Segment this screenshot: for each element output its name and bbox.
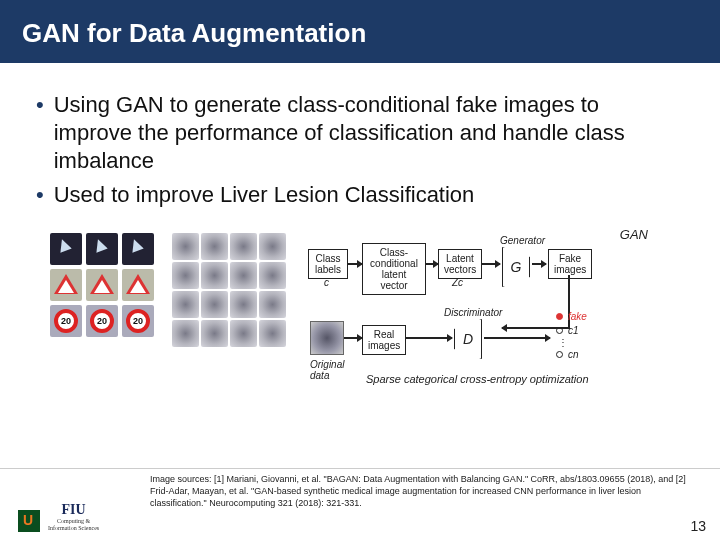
lesion-thumbnail bbox=[172, 262, 199, 289]
um-logo-icon bbox=[18, 510, 40, 532]
class-labels-var: c bbox=[324, 277, 329, 288]
bullet-text: Using GAN to generate class-conditional … bbox=[54, 91, 670, 175]
fake-images-box: Fake images bbox=[548, 249, 592, 279]
speed-value: 20 bbox=[54, 309, 78, 333]
original-data-thumbnail bbox=[310, 321, 344, 355]
output-dot bbox=[556, 351, 563, 358]
lesion-thumbnail bbox=[201, 291, 228, 318]
slide-content: • Using GAN to generate class-conditiona… bbox=[0, 63, 720, 393]
lesion-thumbnail bbox=[201, 233, 228, 260]
figure-row: 20 20 20 GAN Class labels c Class- condi… bbox=[50, 233, 670, 393]
sign-thumbnail bbox=[50, 233, 82, 265]
generator-label: Generator bbox=[500, 235, 545, 246]
sign-thumbnail: 20 bbox=[86, 305, 118, 337]
gan-title-label: GAN bbox=[620, 227, 648, 242]
fiu-name: FIU bbox=[48, 502, 99, 518]
discriminator-symbol: D bbox=[463, 331, 473, 347]
generator-symbol: G bbox=[511, 259, 522, 275]
lesion-thumbnail bbox=[172, 233, 199, 260]
lesion-thumbnail bbox=[201, 262, 228, 289]
arrow-icon bbox=[406, 337, 452, 339]
original-data-label: Original data bbox=[310, 359, 344, 381]
lesion-thumbnail bbox=[259, 233, 286, 260]
sign-thumbnail bbox=[122, 233, 154, 265]
sign-thumbnail: 20 bbox=[122, 305, 154, 337]
arrow-icon bbox=[532, 263, 546, 265]
latent-var: Zc bbox=[452, 277, 463, 288]
page-number: 13 bbox=[690, 518, 706, 534]
traffic-sign-grid: 20 20 20 bbox=[50, 233, 154, 337]
arrow-icon bbox=[426, 263, 438, 265]
lesion-thumbnail bbox=[230, 233, 257, 260]
bullet-item: • Used to improve Liver Lesion Classific… bbox=[50, 181, 670, 209]
lesion-grid bbox=[172, 233, 286, 347]
arrow-icon bbox=[344, 337, 362, 339]
gan-caption: Sparse categorical cross-entropy optimiz… bbox=[366, 373, 589, 385]
lesion-thumbnail bbox=[230, 291, 257, 318]
fiu-subtitle: Computing & Information Sciences bbox=[48, 518, 99, 532]
output-dot-fake bbox=[556, 313, 563, 320]
fiu-logo: FIU Computing & Information Sciences bbox=[48, 502, 99, 532]
citation-text: Image sources: [1] Mariani, Giovanni, et… bbox=[150, 473, 696, 509]
output-label-cn: cn bbox=[568, 349, 579, 360]
output-label-c1: c1 bbox=[568, 325, 579, 336]
lesion-thumbnail bbox=[259, 291, 286, 318]
slide-footer: Image sources: [1] Mariani, Giovanni, et… bbox=[0, 468, 720, 540]
output-dot bbox=[556, 327, 563, 334]
arrow-icon bbox=[484, 337, 550, 339]
class-labels-box: Class labels bbox=[308, 249, 348, 279]
speed-value: 20 bbox=[90, 309, 114, 333]
bullet-dot-icon: • bbox=[36, 181, 44, 209]
arrow-icon bbox=[482, 263, 500, 265]
speed-value: 20 bbox=[126, 309, 150, 333]
slide-title: GAN for Data Augmentation bbox=[0, 0, 720, 63]
sign-thumbnail: 20 bbox=[50, 305, 82, 337]
lesion-thumbnail bbox=[259, 262, 286, 289]
sign-thumbnail bbox=[86, 269, 118, 301]
sign-thumbnail bbox=[50, 269, 82, 301]
lesion-thumbnail bbox=[259, 320, 286, 347]
generator-block: G bbox=[502, 247, 530, 287]
discriminator-label: Discriminator bbox=[444, 307, 502, 318]
sign-thumbnail bbox=[122, 269, 154, 301]
lesion-thumbnail bbox=[172, 320, 199, 347]
gan-architecture-diagram: GAN Class labels c Class- conditional la… bbox=[304, 233, 670, 393]
conditional-latent-box: Class- conditional latent vector bbox=[362, 243, 426, 295]
real-images-box: Real images bbox=[362, 325, 406, 355]
bullet-item: • Using GAN to generate class-conditiona… bbox=[50, 91, 670, 175]
output-label-fake: fake bbox=[568, 311, 587, 322]
lesion-thumbnail bbox=[201, 320, 228, 347]
affiliation-logos: FIU Computing & Information Sciences bbox=[18, 502, 99, 532]
discriminator-block: D bbox=[454, 319, 482, 359]
lesion-thumbnail bbox=[172, 291, 199, 318]
arrow-icon bbox=[348, 263, 362, 265]
output-dots-icon: ⋮ bbox=[558, 337, 568, 348]
lesion-thumbnail bbox=[230, 320, 257, 347]
lesion-thumbnail bbox=[230, 262, 257, 289]
bullet-text: Used to improve Liver Lesion Classificat… bbox=[54, 181, 475, 209]
sign-thumbnail bbox=[86, 233, 118, 265]
latent-vectors-box: Latent vectors bbox=[438, 249, 482, 279]
bullet-dot-icon: • bbox=[36, 91, 44, 119]
